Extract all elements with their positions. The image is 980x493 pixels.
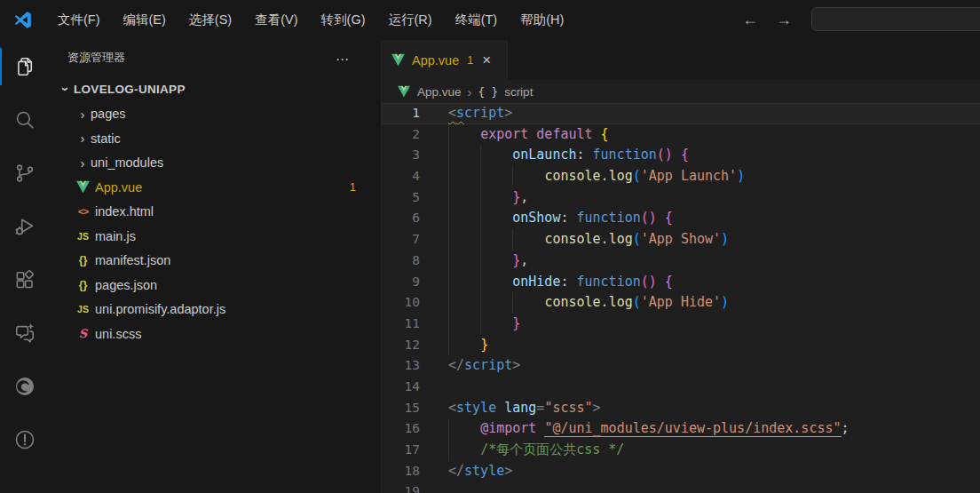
tree-item-uni-promisify-adaptor-js[interactable]: JSuni.promisify.adaptor.js	[49, 298, 381, 322]
vue-file-icon	[397, 85, 411, 98]
activity-search-icon[interactable]	[0, 93, 49, 147]
line-number: 11	[382, 314, 420, 335]
menu-item-5[interactable]: 运行(R)	[376, 0, 443, 40]
line-text: </style>	[420, 461, 512, 482]
menu-item-3[interactable]: 查看(V)	[243, 0, 309, 40]
indent-guide	[480, 250, 481, 272]
sidebar-title: 资源管理器	[49, 40, 381, 76]
tree-item-manifest-json[interactable]: {}manifest.json	[49, 249, 381, 274]
more-actions-icon[interactable]: ⋯	[336, 52, 351, 68]
activity-alert-circle-icon[interactable]	[0, 413, 49, 466]
indent-guide	[448, 187, 449, 209]
code-line-6[interactable]: 6 onShow: function() {	[382, 208, 980, 229]
code-line-5[interactable]: 5 },	[382, 187, 980, 209]
tab-label: App.vue	[412, 53, 459, 68]
nav-back-button[interactable]: ←	[742, 11, 758, 29]
tree-item-label: main.js	[95, 229, 136, 243]
tree-root-lovelog-uniapp[interactable]: ›LOVELOG-UNIAPP	[49, 77, 381, 102]
code-line-4[interactable]: 4 console.log('App Launch')	[382, 166, 980, 187]
indent-guide	[480, 145, 481, 166]
indent-guide	[480, 314, 481, 335]
chevron-right-icon: ›	[75, 131, 91, 146]
tab-bar: App.vue 1 ×	[382, 40, 980, 80]
chevron-right-icon: ›	[75, 107, 91, 122]
code-line-7[interactable]: 7 console.log('App Show')	[382, 229, 980, 250]
tree-item-pages[interactable]: ›pages	[49, 102, 381, 127]
code-line-3[interactable]: 3 onLaunch: function() {	[382, 145, 980, 166]
line-text: },	[420, 250, 528, 272]
tree-item-uni-modules[interactable]: ›uni_modules	[49, 151, 381, 176]
menu-item-1[interactable]: 编辑(E)	[112, 0, 178, 40]
activity-chat-sparkle-icon[interactable]	[0, 306, 49, 360]
line-text: onHide: function() {	[420, 272, 673, 293]
menu-item-0[interactable]: 文件(F)	[46, 0, 112, 40]
command-center-search[interactable]	[811, 7, 980, 31]
tree-item-main-js[interactable]: JSmain.js	[49, 224, 381, 249]
menu-item-4[interactable]: 转到(G)	[310, 0, 377, 40]
code-line-18[interactable]: 18</style>	[382, 461, 980, 482]
activity-explorer-icon[interactable]	[0, 40, 49, 93]
indent-guide	[448, 440, 449, 461]
indent-guide	[512, 292, 513, 314]
code-line-1[interactable]: 1<script>	[382, 103, 980, 124]
code-line-11[interactable]: 11 }	[382, 314, 980, 335]
nav-forward-button[interactable]: →	[776, 11, 792, 29]
tree-item-app-vue[interactable]: App.vue1	[49, 175, 381, 200]
code-line-12[interactable]: 12 }	[382, 335, 980, 356]
line-number: 6	[382, 208, 420, 229]
line-text: },	[420, 187, 528, 209]
tree-item-pages-json[interactable]: {}pages.json	[49, 273, 381, 298]
indent-guide	[480, 187, 481, 209]
code-line-17[interactable]: 17 /*每个页面公共css */	[382, 440, 980, 461]
code-line-8[interactable]: 8 },	[382, 250, 980, 272]
activity-extensions-icon[interactable]	[0, 253, 49, 306]
indent-guide	[448, 166, 449, 187]
indent-guide	[448, 335, 449, 356]
code-line-14[interactable]: 14	[382, 377, 980, 398]
line-text: /*每个页面公共css */	[420, 440, 624, 461]
activity-source-control-icon[interactable]	[0, 147, 49, 200]
indent-guide	[448, 314, 449, 335]
line-text: @import "@/uni_modules/uview-plus/index.…	[420, 418, 850, 440]
line-text: }	[420, 314, 520, 335]
tree-item-index-html[interactable]: <>index.html	[49, 200, 381, 225]
line-number: 5	[382, 187, 420, 209]
line-number: 3	[382, 145, 420, 166]
breadcrumb-symbol[interactable]: script	[504, 85, 533, 99]
code-line-13[interactable]: 13</script>	[382, 355, 980, 377]
menu-item-7[interactable]: 帮助(H)	[509, 0, 575, 40]
code-line-9[interactable]: 9 onHide: function() {	[382, 272, 980, 293]
code-line-2[interactable]: 2 export default {	[382, 124, 980, 146]
chevron-down-icon: ›	[59, 82, 74, 98]
line-text: console.log('App Hide')	[420, 292, 729, 314]
menu-item-6[interactable]: 终端(T)	[444, 0, 510, 40]
line-number: 17	[382, 440, 420, 461]
tab-app-vue[interactable]: App.vue 1 ×	[382, 40, 508, 80]
code-area[interactable]: 1<script>2 export default {3 onLaunch: f…	[382, 103, 980, 493]
indent-guide	[448, 292, 449, 314]
line-text: <script>	[420, 103, 512, 124]
title-bar: 文件(F)编辑(E)选择(S)查看(V)转到(G)运行(R)终端(T)帮助(H)…	[0, 0, 980, 40]
line-number: 7	[382, 229, 420, 250]
breadcrumb-file[interactable]: App.vue	[417, 85, 462, 99]
menu-item-2[interactable]: 选择(S)	[178, 0, 243, 40]
activity-edge-browser-icon[interactable]	[0, 360, 49, 413]
tree-item-label: pages	[91, 107, 126, 121]
indent-guide	[448, 272, 449, 293]
indent-guide	[480, 229, 481, 250]
line-text: <style lang="scss">	[420, 398, 601, 419]
line-number: 18	[382, 461, 420, 482]
tree-item-label: uni.promisify.adaptor.js	[95, 302, 225, 316]
file-tree: ›LOVELOG-UNIAPP›pages›static›uni_modules…	[49, 77, 381, 346]
tab-close-icon[interactable]: ×	[482, 52, 491, 69]
activity-run-debug-icon[interactable]	[0, 200, 49, 253]
code-line-15[interactable]: 15<style lang="scss">	[382, 398, 980, 419]
code-line-10[interactable]: 10 console.log('App Hide')	[382, 292, 980, 314]
tree-item-static[interactable]: ›static	[49, 126, 381, 151]
activity-bar	[0, 40, 49, 493]
code-line-19[interactable]: 19	[382, 481, 980, 493]
line-number: 16	[382, 418, 420, 440]
line-text	[420, 481, 448, 493]
tree-item-uni-scss[interactable]: Suni.scss	[49, 322, 381, 346]
code-line-16[interactable]: 16 @import "@/uni_modules/uview-plus/ind…	[382, 418, 980, 440]
